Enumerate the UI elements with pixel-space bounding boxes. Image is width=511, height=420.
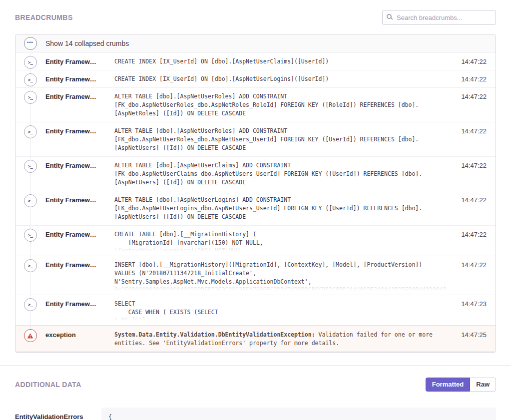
formatted-button[interactable]: Formatted xyxy=(426,378,471,392)
breadcrumb-timestamp: 14:47:22 xyxy=(456,157,487,169)
terminal-icon: >_ xyxy=(24,298,37,311)
breadcrumb-timestamp: 14:47:22 xyxy=(456,226,487,238)
breadcrumb-category: Entity Framew… xyxy=(45,295,106,308)
breadcrumb-row: >_ Entity Framew… CREATE INDEX [IX_UserI… xyxy=(15,53,496,70)
breadcrumb-category: Entity Framew… xyxy=(45,157,106,169)
terminal-icon: >_ xyxy=(24,91,37,104)
breadcrumb-message: CREATE INDEX [IX_UserId] ON [dbo].[AspNe… xyxy=(114,75,449,83)
additional-data-title: ADDITIONAL DATA xyxy=(15,381,81,389)
additional-data-section: ADDITIONAL DATA Formatted Raw EntityVali… xyxy=(15,378,496,420)
breadcrumb-timestamp: 14:47:23 xyxy=(456,295,487,308)
terminal-icon: >_ xyxy=(24,194,37,207)
breadcrumb-row: >_ Entity Framew… INSERT [dbo].[__Migrat… xyxy=(15,256,496,295)
terminal-icon: >_ xyxy=(24,259,37,272)
faded-overflow-line: 1 AS [C1] xyxy=(114,317,449,321)
breadcrumbs-header: BREADCRUMBS xyxy=(15,10,496,25)
breadcrumb-row: >_ Entity Framew… ALTER TABLE [dbo].[Asp… xyxy=(15,157,496,191)
breadcrumb-category: Entity Framew… xyxy=(45,70,106,83)
terminal-icon: >_ xyxy=(24,160,37,173)
exception-class-name: System.Data.Entity.Validation.DbEntityVa… xyxy=(114,331,315,338)
terminal-icon: >_ xyxy=(24,125,37,138)
breadcrumb-row: >_ Entity Framew… CREATE TABLE [dbo].[__… xyxy=(15,226,496,256)
breadcrumb-message: INSERT [dbo].[__MigrationHistory]([Migra… xyxy=(114,261,449,286)
format-toggle: Formatted Raw xyxy=(426,378,496,392)
terminal-icon: >_ xyxy=(24,229,37,242)
breadcrumbs-panel: ••• Show 14 collapsed crumbs >_ Entity F… xyxy=(15,34,496,353)
collapsed-crumbs-label: Show 14 collapsed crumbs xyxy=(45,39,129,47)
breadcrumb-message: ALTER TABLE [dbo].[AspNetUserLogins] ADD… xyxy=(114,196,449,221)
event-detail-page: BREADCRUMBS ••• Show 14 collapsed crumbs… xyxy=(0,0,511,420)
breadcrumb-timestamp: 14:47:22 xyxy=(456,191,487,204)
terminal-icon: >_ xyxy=(24,73,37,86)
section-divider xyxy=(0,365,511,366)
breadcrumb-message: System.Data.Entity.Validation.DbEntityVa… xyxy=(114,331,449,348)
breadcrumb-timestamp: 14:47:22 xyxy=(456,122,487,135)
breadcrumb-category: Entity Framew… xyxy=(45,88,106,100)
breadcrumb-category: Entity Framew… xyxy=(45,122,106,135)
terminal-icon: >_ xyxy=(24,56,37,69)
breadcrumb-timestamp: 14:47:22 xyxy=(456,256,487,269)
additional-data-entry: EntityValidationErrors { UserName: [ The… xyxy=(15,408,496,420)
breadcrumbs-search xyxy=(382,10,496,25)
search-input[interactable] xyxy=(382,10,496,25)
breadcrumb-timestamp: 14:47:22 xyxy=(456,70,487,83)
breadcrumb-message: CREATE INDEX [IX_UserId] ON [dbo].[AspNe… xyxy=(114,57,449,66)
breadcrumb-timestamp: 14:47:22 xyxy=(456,88,487,100)
collapsed-icon-cell: ••• xyxy=(23,37,37,50)
breadcrumb-row: >_ Entity Framew… ALTER TABLE [dbo].[Asp… xyxy=(15,88,496,122)
breadcrumb-message: ALTER TABLE [dbo].[AspNetUserRoles] ADD … xyxy=(114,92,449,118)
entry-key-label: EntityValidationErrors xyxy=(15,408,101,420)
breadcrumb-message: CREATE TABLE [dbo].[__MigrationHistory] … xyxy=(114,230,449,247)
breadcrumb-row: >_ Entity Framew… SELECT CASE WHEN ( EXI… xyxy=(15,295,496,326)
breadcrumb-list: >_ Entity Framew… CREATE INDEX [IX_UserI… xyxy=(15,53,496,352)
raw-button[interactable]: Raw xyxy=(470,378,496,392)
breadcrumb-category: exception xyxy=(45,326,106,339)
breadcrumb-category: Entity Framew… xyxy=(45,256,106,269)
breadcrumb-row: >_ Entity Framew… ALTER TABLE [dbo].[Asp… xyxy=(15,191,496,226)
show-collapsed-crumbs-button[interactable]: ••• Show 14 collapsed crumbs xyxy=(15,34,496,53)
breadcrumb-category: Entity Framew… xyxy=(45,226,106,238)
breadcrumb-category: Entity Framew… xyxy=(45,191,106,204)
breadcrumb-timestamp: 14:47:25 xyxy=(456,326,487,339)
ellipsis-icon: ••• xyxy=(24,37,37,50)
search-icon xyxy=(387,14,392,19)
breadcrumb-message: ALTER TABLE [dbo].[AspNetUserRoles] ADD … xyxy=(114,127,449,152)
breadcrumb-timestamp: 14:47:22 xyxy=(456,53,487,65)
breadcrumb-category: Entity Framew… xyxy=(45,53,106,65)
breadcrumb-row: >_ exception System.Data.Entity.Validati… xyxy=(15,326,496,352)
breadcrumbs-title: BREADCRUMBS xyxy=(15,13,73,21)
faded-overflow-line: [ContextKey] [nvarchar](300) NOT NULL, xyxy=(114,247,449,252)
breadcrumb-row: >_ Entity Framew… ALTER TABLE [dbo].[Asp… xyxy=(15,122,496,157)
breadcrumb-message: SELECT CASE WHEN ( EXISTS (SELECT xyxy=(114,300,449,317)
alert-triangle-icon: >_ xyxy=(24,329,37,342)
breadcrumb-row: >_ Entity Framew… CREATE INDEX [IX_UserI… xyxy=(15,70,496,88)
faded-overflow-line: 0x1F8B0800000000000400D5BDEB72E3C8922EFA… xyxy=(114,286,449,291)
entity-validation-errors-value: { UserName: [ The UserName field is requ… xyxy=(101,408,496,420)
breadcrumb-message: ALTER TABLE [dbo].[AspNetUserClaims] ADD… xyxy=(114,161,449,187)
